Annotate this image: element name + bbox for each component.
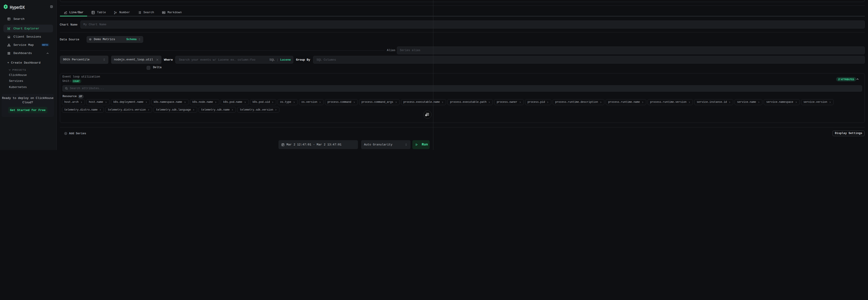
svg-text:3: 3 [115, 11, 116, 14]
svg-text:2: 2 [114, 12, 115, 14]
